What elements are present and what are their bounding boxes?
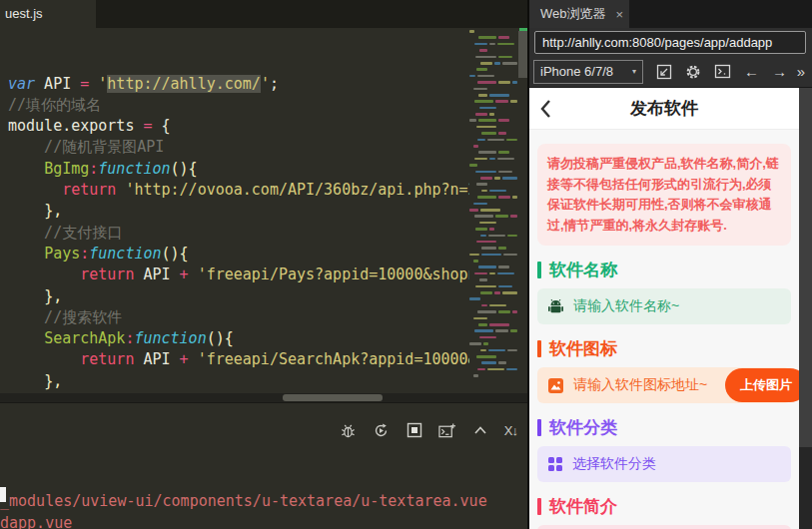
app-name-input[interactable]: 请输入软件名称~: [537, 288, 791, 324]
mobile-viewport: 发布软件 请勿投稿严重侵权产品,软件名称,简介,链接等不得包括任何形式的引流行为…: [529, 88, 799, 529]
section-bar: [537, 498, 541, 515]
device-select[interactable]: iPhone 6/7/8 ▾: [533, 60, 643, 84]
back-arrow-icon[interactable]: ←: [744, 63, 759, 80]
grid-icon: [547, 456, 563, 472]
debug-icon[interactable]: [340, 421, 358, 439]
device-select-value: iPhone 6/7/8: [540, 64, 613, 79]
browser-scrollbar[interactable]: [799, 88, 812, 529]
upload-image-button[interactable]: 上传图片: [725, 368, 799, 402]
editor-horizontal-scrollbar[interactable]: [0, 393, 529, 402]
clear-console-icon[interactable]: X↓: [504, 423, 517, 438]
mobile-navbar: 发布软件: [529, 88, 799, 130]
android-icon: [547, 298, 564, 315]
close-icon[interactable]: ×: [616, 7, 624, 22]
browser-scrollbar-thumb[interactable]: [799, 88, 812, 447]
app-category-selector[interactable]: 选择软件分类: [537, 446, 791, 482]
section-title-app-icon: 软件图标: [537, 337, 791, 360]
code-lines: var API = 'http://ahlly.com/';//填你的域名mod…: [8, 74, 469, 393]
editor-tabbar: uest.js: [0, 0, 529, 28]
section-bar: [537, 340, 541, 357]
gear-icon[interactable]: [685, 64, 701, 80]
page-title: 发布软件: [630, 97, 698, 120]
app-icon-placeholder: 请输入软件图标地址~: [573, 376, 707, 394]
collapse-panel-icon[interactable]: [471, 421, 489, 439]
hbuilderx-window: uest.js var API = 'http://ahlly.com/';//…: [0, 0, 812, 529]
section-bar: [537, 419, 541, 436]
minimap[interactable]: [469, 30, 517, 391]
restart-icon[interactable]: [373, 421, 391, 439]
editor-tab-request-js[interactable]: uest.js: [0, 0, 96, 28]
picture-icon: [547, 377, 564, 394]
back-chevron-icon[interactable]: [539, 99, 551, 123]
rotate-screen-icon[interactable]: [656, 64, 672, 80]
editor-tab-label: uest.js: [5, 6, 43, 21]
section-title-app-name: 软件名称: [537, 259, 791, 281]
horizontal-scrollbar-thumb[interactable]: [283, 394, 383, 401]
console-panel: X↓ _modules/uview-ui/components/u-textar…: [0, 402, 529, 529]
section-title-app-brief: 软件简介: [537, 495, 791, 518]
browser-tab[interactable]: Web浏览器 ×: [529, 0, 629, 28]
section-title-app-category: 软件分类: [537, 416, 791, 439]
app-icon-input[interactable]: 请输入软件图标地址~ 上传图片: [537, 367, 791, 403]
browser-tabbar: Web浏览器 ×: [529, 0, 812, 28]
url-row: http://ahlly.com:8080/pages/app/addapp: [529, 28, 812, 56]
browser-tab-label: Web浏览器: [540, 5, 606, 23]
warning-notice: 请勿投稿严重侵权产品,软件名称,简介,链接等不得包括任何形式的引流行为,必须保证…: [537, 144, 791, 246]
more-tools-icon[interactable]: »: [797, 63, 805, 80]
console-toolbar: X↓: [340, 421, 517, 439]
web-browser-panel: Web浏览器 × http://ahlly.com:8080/pages/app…: [529, 0, 812, 529]
app-name-placeholder: 请输入软件名称~: [573, 297, 679, 315]
section-bar: [537, 262, 541, 278]
browser-toolbar: iPhone 6/7/8 ▾: [529, 56, 812, 87]
console-output: _modules/uview-ui/components/u-textarea/…: [0, 491, 487, 529]
app-category-placeholder: 选择软件分类: [572, 455, 656, 473]
forward-arrow-icon[interactable]: →: [772, 63, 787, 80]
url-input[interactable]: http://ahlly.com:8080/pages/app/addapp: [534, 31, 806, 54]
chevron-down-icon: ▾: [632, 67, 636, 76]
code-editor[interactable]: var API = 'http://ahlly.com/';//填你的域名mod…: [0, 28, 469, 393]
stop-icon[interactable]: [406, 421, 423, 439]
console-icon[interactable]: [714, 64, 731, 79]
new-terminal-icon[interactable]: [438, 421, 456, 439]
app-brief-textarea[interactable]: 请输入软件简介~: [537, 525, 791, 529]
